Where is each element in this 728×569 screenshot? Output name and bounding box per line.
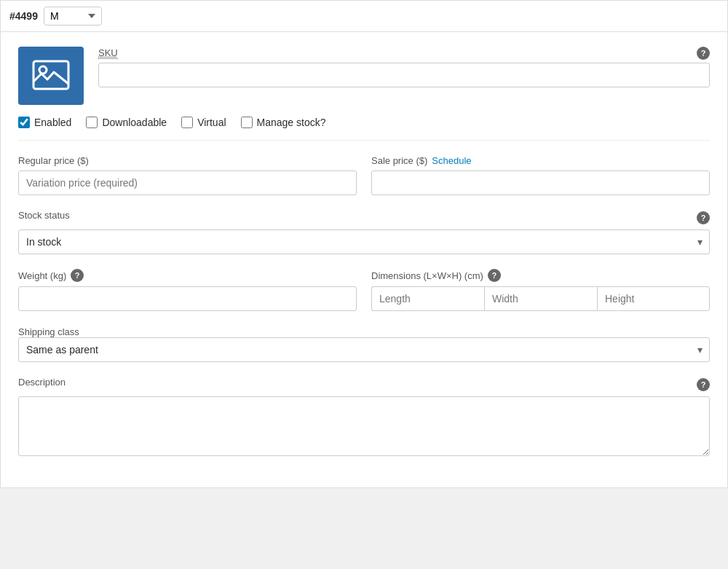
virtual-label: Virtual <box>197 117 226 128</box>
sku-section: SKU ? <box>98 47 710 87</box>
product-image[interactable] <box>18 47 84 105</box>
dimensions-group: Dimensions (L×W×H) (cm) ? <box>371 269 710 311</box>
width-input[interactable] <box>484 286 597 311</box>
main-content: SKU ? Enabled Downloadable Virtual <box>1 32 727 487</box>
variation-size-select[interactable]: M S L XL <box>44 7 102 25</box>
dimensions-help-icon[interactable]: ? <box>488 269 501 282</box>
description-label: Description <box>18 377 66 388</box>
sku-input[interactable] <box>98 63 710 87</box>
stock-status-section: Stock status ? In stock Out of stock On … <box>18 210 710 254</box>
manage-stock-checkbox[interactable] <box>241 117 253 128</box>
variation-size-wrapper: M S L XL <box>44 7 102 25</box>
sale-price-label-row: Sale price ($) Schedule <box>371 155 710 166</box>
weight-help-icon[interactable]: ? <box>71 269 84 282</box>
manage-stock-checkbox-item[interactable]: Manage stock? <box>241 117 326 128</box>
enabled-checkbox-item[interactable]: Enabled <box>18 117 71 128</box>
enabled-label: Enabled <box>34 117 71 128</box>
stock-status-select[interactable]: In stock Out of stock On backorder <box>18 229 710 254</box>
dimensions-label-row: Dimensions (L×W×H) (cm) ? <box>371 269 710 282</box>
checkboxes-row: Enabled Downloadable Virtual Manage stoc… <box>18 117 710 141</box>
dimensions-inputs <box>371 286 710 311</box>
product-image-icon <box>31 56 71 95</box>
downloadable-checkbox[interactable] <box>86 117 98 128</box>
weight-input[interactable] <box>18 286 357 311</box>
sku-header: SKU ? <box>98 47 710 60</box>
enabled-checkbox[interactable] <box>18 117 30 128</box>
sale-price-group: Sale price ($) Schedule <box>371 155 710 195</box>
description-help-icon[interactable]: ? <box>697 378 710 391</box>
sale-price-input[interactable] <box>371 170 710 195</box>
height-input[interactable] <box>597 286 710 311</box>
stock-status-label: Stock status <box>18 210 70 221</box>
schedule-link[interactable]: Schedule <box>432 155 471 166</box>
sale-price-label: Sale price ($) <box>371 155 427 166</box>
variation-id: #4499 <box>9 10 38 22</box>
variation-form: #4499 M S L XL SKU ? <box>0 0 728 488</box>
description-section: Description ? <box>18 377 710 458</box>
length-input[interactable] <box>371 286 484 311</box>
shipping-class-select[interactable]: Same as parent No shipping class <box>18 337 710 362</box>
regular-price-label: Regular price ($) <box>18 155 357 166</box>
weight-label: Weight (kg) <box>18 270 66 281</box>
description-textarea[interactable] <box>18 396 710 456</box>
top-section: SKU ? <box>18 47 710 105</box>
downloadable-checkbox-item[interactable]: Downloadable <box>86 117 167 128</box>
header-bar: #4499 M S L XL <box>1 1 727 32</box>
shipping-class-section: Shipping class Same as parent No shippin… <box>18 326 710 362</box>
price-section: Regular price ($) Sale price ($) Schedul… <box>18 155 710 195</box>
svg-point-1 <box>39 66 47 74</box>
stock-status-help-icon[interactable]: ? <box>697 211 710 224</box>
weight-label-row: Weight (kg) ? <box>18 269 357 282</box>
shipping-class-label: Shipping class <box>18 326 79 337</box>
manage-stock-label: Manage stock? <box>257 117 326 128</box>
weight-group: Weight (kg) ? <box>18 269 357 311</box>
stock-label-row: Stock status ? <box>18 210 710 225</box>
virtual-checkbox[interactable] <box>181 117 193 128</box>
description-label-row: Description ? <box>18 377 710 392</box>
stock-status-select-wrapper: In stock Out of stock On backorder ▾ <box>18 229 710 254</box>
sku-help-icon[interactable]: ? <box>697 47 710 60</box>
regular-price-input[interactable] <box>18 170 357 195</box>
weight-dimensions-section: Weight (kg) ? Dimensions (L×W×H) (cm) ? <box>18 269 710 311</box>
sku-label: SKU <box>98 47 118 59</box>
downloadable-label: Downloadable <box>102 117 167 128</box>
virtual-checkbox-item[interactable]: Virtual <box>181 117 226 128</box>
dimensions-label: Dimensions (L×W×H) (cm) <box>371 270 483 281</box>
shipping-class-select-wrapper: Same as parent No shipping class ▾ <box>18 337 710 362</box>
regular-price-group: Regular price ($) <box>18 155 357 195</box>
